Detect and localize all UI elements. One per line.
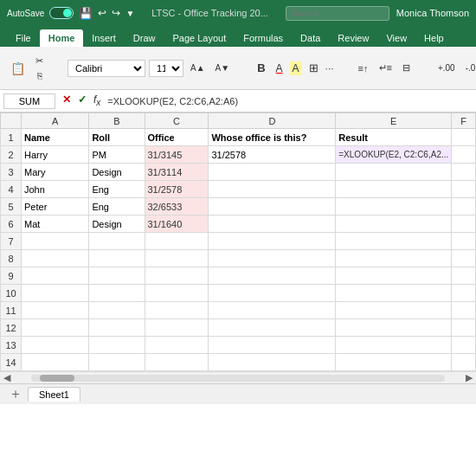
col-header-f[interactable]: F — [452, 113, 476, 129]
copy-button[interactable]: ⎘ — [32, 69, 47, 82]
cell-a7[interactable] — [22, 233, 89, 250]
col-header-c[interactable]: C — [145, 113, 209, 129]
cell-a3[interactable]: Mary — [22, 164, 89, 181]
tab-insert[interactable]: Insert — [83, 29, 125, 47]
tab-help[interactable]: Help — [415, 29, 453, 47]
more-options[interactable]: ··· — [325, 62, 334, 74]
tab-review[interactable]: Review — [329, 29, 377, 47]
tab-view[interactable]: View — [377, 29, 415, 47]
cell-b1[interactable]: Roll — [89, 129, 145, 146]
cell-c4[interactable]: 31/2578 — [145, 181, 209, 198]
cell-e3[interactable] — [336, 164, 452, 181]
cell-a6[interactable]: Mat — [22, 215, 89, 233]
formula-x-icon[interactable]: ✕ — [62, 93, 71, 107]
cell-f3[interactable] — [452, 164, 476, 181]
cell-b5[interactable]: Eng — [89, 198, 145, 215]
sheet-tab-1[interactable]: Sheet1 — [28, 387, 80, 402]
scroll-right-btn[interactable]: ▶ — [462, 372, 476, 383]
cell-f5[interactable] — [452, 198, 476, 215]
table-row: 7 — [1, 233, 476, 250]
cell-d2[interactable]: 31/2578 — [209, 146, 336, 164]
cell-c6[interactable]: 31/1640 — [145, 215, 209, 233]
formula-bar: SUM ✕ ✓ fx — [0, 90, 476, 113]
undo-icon[interactable]: ↩ — [98, 7, 106, 19]
font-size-selector[interactable]: 11 — [149, 60, 183, 77]
cell-e6[interactable] — [336, 215, 452, 233]
scroll-thumb[interactable] — [40, 375, 74, 382]
cell-f6[interactable] — [452, 215, 476, 233]
cell-c2[interactable]: 31/3145 — [145, 146, 209, 164]
cell-a2[interactable]: Harry — [22, 146, 89, 164]
column-header-row: A B C D E F — [1, 113, 476, 129]
cell-a5[interactable]: Peter — [22, 198, 89, 215]
autosave-label: AutoSave — [7, 9, 44, 18]
align-top-button[interactable]: ≡↑ — [355, 61, 372, 75]
search-input[interactable] — [286, 6, 389, 21]
cell-reference-box[interactable]: SUM — [3, 93, 55, 109]
save-icon[interactable]: 💾 — [79, 7, 93, 20]
font-selector[interactable]: Calibri — [68, 60, 145, 77]
cell-e1[interactable]: Result — [336, 129, 452, 146]
cell-b3[interactable]: Design — [89, 164, 145, 181]
cell-a1[interactable]: Name — [22, 129, 89, 146]
cell-a4[interactable]: John — [22, 181, 89, 198]
cell-b4[interactable]: Eng — [89, 181, 145, 198]
wrap-text-button[interactable]: ↵≡ — [376, 61, 396, 75]
tab-formulas[interactable]: Formulas — [235, 29, 292, 47]
highlight-button[interactable]: A — [290, 61, 302, 75]
merge-button[interactable]: ⊟ — [399, 61, 414, 75]
cell-d3[interactable] — [209, 164, 336, 181]
col-header-e[interactable]: E — [336, 113, 452, 129]
tab-file[interactable]: File — [7, 29, 40, 47]
cell-c1[interactable]: Office — [145, 129, 209, 146]
cell-c5[interactable]: 32/6533 — [145, 198, 209, 215]
format-group: B A A ⊞ ··· — [254, 60, 333, 76]
row-header-2: 2 — [1, 146, 22, 164]
cell-d5[interactable] — [209, 198, 336, 215]
dropdown-icon[interactable]: ▼ — [125, 9, 134, 18]
row-header-11: 11 — [1, 302, 22, 319]
autosave-toggle[interactable] — [49, 7, 74, 19]
cell-f2[interactable] — [452, 146, 476, 164]
row-header-12: 12 — [1, 319, 22, 337]
horizontal-scrollbar[interactable]: ◀ ▶ — [0, 371, 476, 383]
tab-home[interactable]: Home — [40, 29, 84, 47]
cell-b2[interactable]: PM — [89, 146, 145, 164]
cell-e4[interactable] — [336, 181, 452, 198]
col-header-b[interactable]: B — [89, 113, 145, 129]
redo-icon[interactable]: ↪ — [112, 7, 120, 19]
formula-fx-icon[interactable]: fx — [93, 93, 100, 107]
number-format-button[interactable]: +.00 — [434, 61, 459, 74]
cell-d1[interactable]: Whose office is this? — [209, 129, 336, 146]
cell-b6[interactable]: Design — [89, 215, 145, 233]
tab-draw[interactable]: Draw — [125, 29, 164, 47]
tab-page-layout[interactable]: Page Layout — [164, 29, 235, 47]
cell-e2[interactable]: =XLOOKUP(E2, C2:C6,A2... — [336, 146, 452, 164]
decrease-decimal-button[interactable]: -.0 — [462, 61, 476, 74]
cell-d6[interactable] — [209, 215, 336, 233]
formula-input[interactable] — [107, 96, 473, 106]
bold-button[interactable]: B — [254, 60, 268, 76]
table-row: 3 Mary Design 31/3114 — [1, 164, 476, 181]
cell-e5[interactable] — [336, 198, 452, 215]
borders-button[interactable]: ⊞ — [306, 60, 322, 76]
row-header-4: 4 — [1, 181, 22, 198]
formula-check-icon[interactable]: ✓ — [78, 93, 87, 107]
col-header-d[interactable]: D — [209, 113, 336, 129]
cell-c3[interactable]: 31/3114 — [145, 164, 209, 181]
increase-font-button[interactable]: A▲ — [187, 61, 209, 74]
cell-f1[interactable] — [452, 129, 476, 146]
cut-button[interactable]: ✂ — [32, 54, 47, 68]
font-color-button[interactable]: A — [273, 61, 286, 76]
scroll-track[interactable] — [31, 375, 445, 382]
scroll-left-btn[interactable]: ◀ — [0, 372, 14, 383]
tab-data[interactable]: Data — [292, 29, 329, 47]
cell-d4[interactable] — [209, 181, 336, 198]
number-group: +.00 -.0 — [434, 61, 476, 74]
add-sheet-button[interactable]: ＋ — [5, 385, 26, 403]
decrease-font-button[interactable]: A▼ — [212, 61, 234, 74]
font-group: Calibri 11 A▲ A▼ — [68, 60, 233, 77]
col-header-a[interactable]: A — [22, 113, 89, 129]
paste-button[interactable]: 📋 — [7, 60, 29, 77]
cell-f4[interactable] — [452, 181, 476, 198]
